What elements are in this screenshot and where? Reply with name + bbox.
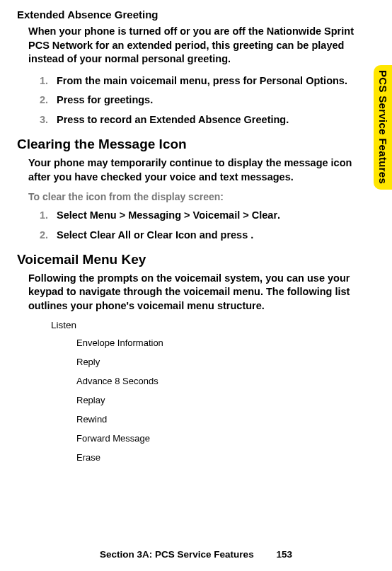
step-number: 1. (40, 208, 57, 224)
step-number: 2. (40, 228, 57, 243)
submenu-item: Erase (76, 452, 371, 463)
step-number: 3. (40, 113, 57, 128)
step-text: Press to record an Extended Absence Gree… (57, 113, 371, 128)
submenu-item: Envelope Information (76, 338, 371, 348)
para-extended-absence: When your phone is turned off or you are… (28, 25, 371, 67)
step-number: 2. (40, 93, 57, 108)
heading-voicemail-menu-key: Voicemail Menu Key (17, 252, 371, 267)
steps-clear-icon: 1. Select Menu > Messaging > Voicemail >… (40, 208, 371, 243)
voicemail-submenu: Envelope Information Reply Advance 8 Sec… (76, 338, 371, 463)
step: 2. Press for greetings. (40, 93, 371, 108)
page-number: 153 (276, 549, 292, 560)
step-text: Select Menu > Messaging > Voicemail > Cl… (57, 208, 371, 224)
footer-section-label: Section 3A: PCS Service Features (100, 549, 254, 560)
step: 1. From the main voicemail menu, press f… (40, 74, 371, 89)
step-text: From the main voicemail menu, press for … (57, 74, 371, 89)
para-voicemail-menu-key: Following the prompts on the voicemail s… (28, 272, 371, 313)
heading-extended-absence: Extended Absence Greeting (17, 8, 371, 21)
submenu-item: Rewind (76, 414, 371, 425)
step-text: Select Clear All or Clear Icon and press… (57, 228, 371, 243)
step: 2. Select Clear All or Clear Icon and pr… (40, 228, 371, 243)
submenu-item: Advance 8 Seconds (76, 376, 371, 386)
step: 1. Select Menu > Messaging > Voicemail >… (40, 208, 371, 224)
submenu-item: Replay (76, 395, 371, 405)
step: 3. Press to record an Extended Absence G… (40, 113, 371, 128)
page-footer: Section 3A: PCS Service Features 153 (0, 549, 392, 560)
menu-item-listen: Listen Envelope Information Reply Advanc… (51, 320, 371, 463)
step-text: Press for greetings. (57, 93, 371, 108)
submenu-item: Reply (76, 357, 371, 367)
side-tab-label: PCS Service Features (377, 70, 389, 184)
submenu-item: Forward Message (76, 433, 371, 444)
voicemail-menu: Listen Envelope Information Reply Advanc… (51, 320, 371, 463)
para-clearing-message-icon: Your phone may temporarily continue to d… (28, 156, 371, 184)
steps-extended-absence: 1. From the main voicemail menu, press f… (40, 74, 371, 128)
heading-clearing-message-icon: Clearing the Message Icon (17, 137, 371, 152)
step-number: 1. (40, 74, 57, 89)
side-tab: PCS Service Features (374, 65, 392, 190)
lead-clear-icon: To clear the icon from the display scree… (28, 191, 371, 202)
page-content: Extended Absence Greeting When your phon… (17, 8, 371, 463)
menu-label: Listen (51, 320, 76, 330)
